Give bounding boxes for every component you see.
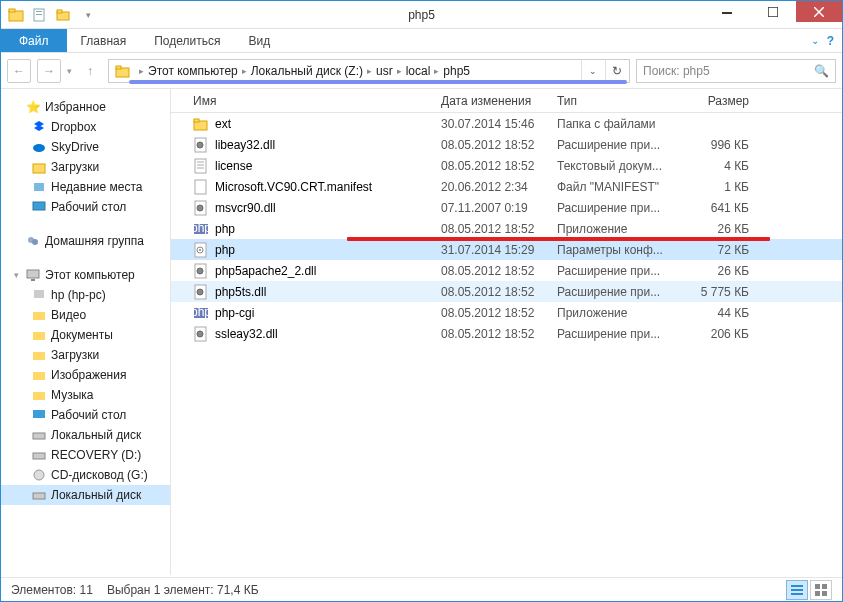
- history-dropdown-icon[interactable]: ▾: [67, 66, 72, 76]
- addr-dropdown-icon[interactable]: ⌄: [581, 60, 603, 82]
- svg-rect-23: [33, 332, 45, 340]
- file-name: ext: [215, 117, 231, 131]
- svg-rect-1: [9, 9, 15, 12]
- col-type[interactable]: Тип: [551, 94, 677, 108]
- minimize-button[interactable]: [704, 1, 750, 22]
- svg-rect-7: [722, 12, 732, 14]
- svg-rect-31: [33, 493, 45, 499]
- tree-desktop2[interactable]: Рабочий стол: [1, 405, 170, 425]
- file-date: 08.05.2012 18:52: [435, 264, 551, 278]
- file-icon: [193, 179, 209, 195]
- file-row[interactable]: msvcr90.dll07.11.2007 0:19Расширение при…: [171, 197, 842, 218]
- properties-icon[interactable]: [29, 4, 51, 26]
- cd-icon: [31, 467, 47, 483]
- back-button[interactable]: ←: [7, 59, 31, 83]
- tree-docs[interactable]: Документы: [1, 325, 170, 345]
- tree-drive-d[interactable]: RECOVERY (D:): [1, 445, 170, 465]
- chevron-right-icon[interactable]: ▸: [240, 66, 249, 76]
- file-date: 20.06.2012 2:34: [435, 180, 551, 194]
- tree-homegroup[interactable]: Домашняя группа: [1, 231, 170, 251]
- pics-icon: [31, 367, 47, 383]
- file-row[interactable]: license08.05.2012 18:52Текстовый докум..…: [171, 155, 842, 176]
- ribbon-expand-icon[interactable]: ⌄: [811, 35, 819, 46]
- address-bar[interactable]: ▸ Этот компьютер ▸ Локальный диск (Z:) ▸…: [108, 59, 630, 83]
- refresh-button[interactable]: ↻: [605, 60, 627, 82]
- crumb-local[interactable]: local: [404, 64, 433, 78]
- crumb-php5[interactable]: php5: [441, 64, 472, 78]
- titlebar: ▾ php5: [1, 1, 842, 29]
- chevron-right-icon[interactable]: ▸: [395, 66, 404, 76]
- forward-button[interactable]: →: [37, 59, 61, 83]
- svg-rect-21: [34, 290, 44, 298]
- tree-cd[interactable]: CD-дисковод (G:): [1, 465, 170, 485]
- file-type: Расширение при...: [551, 327, 677, 341]
- view-icons-button[interactable]: [810, 580, 832, 600]
- tree-music[interactable]: Музыка: [1, 385, 170, 405]
- tree-video[interactable]: Видео: [1, 305, 170, 325]
- chevron-right-icon[interactable]: ▸: [365, 66, 374, 76]
- tree-desktop[interactable]: Рабочий стол: [1, 197, 170, 217]
- crumb-computer[interactable]: Этот компьютер: [146, 64, 240, 78]
- file-date: 31.07.2014 15:29: [435, 243, 551, 257]
- tree-drive-z[interactable]: Локальный диск: [1, 485, 170, 505]
- view-details-button[interactable]: [786, 580, 808, 600]
- file-date: 08.05.2012 18:52: [435, 138, 551, 152]
- tree-dropbox[interactable]: Dropbox: [1, 117, 170, 137]
- maximize-button[interactable]: [750, 1, 796, 22]
- tree-downloads[interactable]: Загрузки: [1, 157, 170, 177]
- new-folder-icon[interactable]: [53, 4, 75, 26]
- tree-pics[interactable]: Изображения: [1, 365, 170, 385]
- path-folder-icon: [115, 62, 133, 80]
- file-row[interactable]: phpphp-cgi08.05.2012 18:52Приложение44 К…: [171, 302, 842, 323]
- col-size[interactable]: Размер: [677, 94, 755, 108]
- tab-home[interactable]: Главная: [67, 29, 141, 52]
- tree-favorites[interactable]: ⭐Избранное: [1, 97, 170, 117]
- tree-recent[interactable]: Недавние места: [1, 177, 170, 197]
- crumb-usr[interactable]: usr: [374, 64, 395, 78]
- drive-icon: [31, 447, 47, 463]
- file-row[interactable]: ssleay32.dll08.05.2012 18:52Расширение п…: [171, 323, 842, 344]
- file-row[interactable]: php5ts.dll08.05.2012 18:52Расширение при…: [171, 281, 842, 302]
- music-icon: [31, 387, 47, 403]
- video-icon: [31, 307, 47, 323]
- file-row[interactable]: php5apache2_2.dll08.05.2012 18:52Расшире…: [171, 260, 842, 281]
- tab-file[interactable]: Файл: [1, 29, 67, 52]
- svg-rect-16: [33, 202, 45, 210]
- star-icon: ⭐: [25, 99, 41, 115]
- tree-hp[interactable]: hp (hp-pc): [1, 285, 170, 305]
- svg-rect-20: [31, 279, 35, 281]
- svg-rect-4: [36, 14, 42, 15]
- col-date[interactable]: Дата изменения: [435, 94, 551, 108]
- file-icon: [193, 284, 209, 300]
- file-row[interactable]: phpphp08.05.2012 18:52Приложение26 КБ: [171, 218, 842, 239]
- svg-rect-24: [33, 352, 45, 360]
- tab-view[interactable]: Вид: [234, 29, 284, 52]
- file-row[interactable]: ext30.07.2014 15:46Папка с файлами: [171, 113, 842, 134]
- chevron-right-icon[interactable]: ▸: [432, 66, 441, 76]
- file-type: Параметры конф...: [551, 243, 677, 257]
- file-size: 44 КБ: [677, 306, 755, 320]
- qat-dropdown-icon[interactable]: ▾: [77, 4, 99, 26]
- nav-toolbar: ← → ▾ ↑ ▸ Этот компьютер ▸ Локальный дис…: [1, 53, 842, 89]
- file-row[interactable]: Microsoft.VC90.CRT.manifest20.06.2012 2:…: [171, 176, 842, 197]
- search-input[interactable]: Поиск: php5 🔍: [636, 59, 836, 83]
- tab-share[interactable]: Поделиться: [140, 29, 234, 52]
- file-size: 26 КБ: [677, 222, 755, 236]
- close-button[interactable]: [796, 1, 842, 22]
- svg-point-35: [197, 142, 203, 148]
- file-row[interactable]: php31.07.2014 15:29Параметры конф...72 К…: [171, 239, 842, 260]
- help-icon[interactable]: ?: [827, 34, 834, 48]
- up-button[interactable]: ↑: [78, 59, 102, 83]
- tree-downloads2[interactable]: Загрузки: [1, 345, 170, 365]
- tree-computer[interactable]: ▾Этот компьютер: [1, 265, 170, 285]
- column-headers: Имя Дата изменения Тип Размер: [171, 89, 842, 113]
- tree-drive-c[interactable]: Локальный диск: [1, 425, 170, 445]
- tree-skydrive[interactable]: SkyDrive: [1, 137, 170, 157]
- chevron-right-icon[interactable]: ▸: [137, 66, 146, 76]
- file-row[interactable]: libeay32.dll08.05.2012 18:52Расширение п…: [171, 134, 842, 155]
- crumb-drive[interactable]: Локальный диск (Z:): [249, 64, 365, 78]
- file-date: 08.05.2012 18:52: [435, 285, 551, 299]
- svg-rect-26: [33, 392, 45, 400]
- quick-access-toolbar: ▾: [1, 4, 99, 26]
- col-name[interactable]: Имя: [187, 94, 435, 108]
